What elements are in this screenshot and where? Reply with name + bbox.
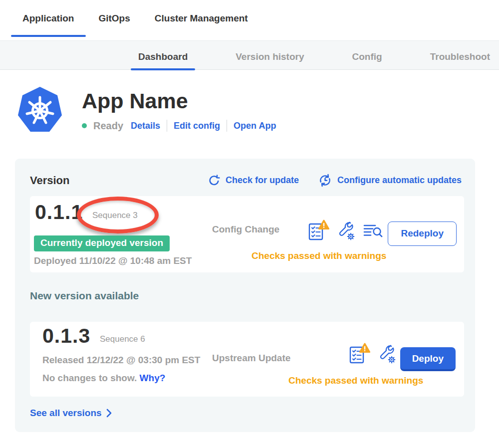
available-version-actions — [348, 343, 397, 365]
app-title-block: App Name Ready Details Edit config Open … — [82, 85, 276, 132]
top-nav: Application GitOps Cluster Management — [0, 0, 499, 40]
version-card-title: Version — [30, 174, 189, 187]
current-version-card: 0.1.1 Sequence 3 Currently deployed vers… — [30, 196, 464, 272]
current-version-actions — [307, 220, 383, 241]
divider — [227, 120, 227, 132]
edit-config-link[interactable]: Edit config — [174, 121, 220, 131]
no-changes-label: No changes to show. — [42, 373, 137, 383]
version-source-label: Config Change — [212, 224, 279, 235]
kubernetes-logo — [15, 85, 65, 137]
tab-cluster-management[interactable]: Cluster Management — [155, 13, 248, 24]
see-all-versions-label: See all versions — [30, 408, 102, 419]
preflight-checklist-icon[interactable] — [348, 343, 371, 365]
app-status-row: Ready Details Edit config Open App — [82, 120, 276, 132]
check-for-update-label: Check for update — [226, 175, 299, 186]
available-version-number: 0.1.3 — [42, 324, 90, 348]
deploy-button[interactable]: Deploy — [400, 347, 456, 371]
no-changes-text: No changes to show. Why? — [42, 373, 165, 384]
released-timestamp: Released 12/12/22 @ 03:30 pm EST — [42, 355, 200, 366]
wrench-gear-icon[interactable] — [378, 343, 397, 364]
version-card: Version Check for update Configu — [15, 159, 475, 432]
check-for-update-button[interactable]: Check for update — [208, 174, 299, 187]
status-dot — [82, 123, 87, 128]
refresh-icon — [208, 174, 221, 187]
why-link[interactable]: Why? — [140, 373, 166, 383]
configure-auto-updates-label: Configure automatic updates — [337, 175, 462, 186]
preflight-checklist-icon[interactable] — [307, 220, 330, 241]
top-nav-tabs: Application GitOps Cluster Management — [0, 0, 499, 24]
preflight-checks-status[interactable]: Checks passed with warnings — [251, 250, 386, 261]
available-version-card: 0.1.3 Sequence 6 Released 12/12/22 @ 03:… — [30, 322, 464, 397]
currently-deployed-badge: Currently deployed version — [34, 235, 170, 251]
diff-search-icon[interactable] — [363, 222, 383, 239]
redeploy-button[interactable]: Redeploy — [388, 222, 457, 246]
tab-config[interactable]: Config — [352, 51, 382, 62]
version-card-header: Version Check for update Configu — [15, 159, 475, 188]
available-version-sequence: Sequence 6 — [100, 334, 145, 344]
sub-nav: Dashboard Version history Config Trouble… — [0, 40, 499, 70]
wrench-gear-icon[interactable] — [337, 220, 356, 241]
configure-auto-updates-button[interactable]: Configure automatic updates — [318, 173, 462, 188]
tab-troubleshoot[interactable]: Troubleshoot — [430, 51, 490, 62]
version-source-label: Upstream Update — [212, 353, 290, 364]
sub-nav-tabs: Dashboard Version history Config Trouble… — [0, 41, 499, 62]
open-app-link[interactable]: Open App — [234, 121, 276, 131]
details-link[interactable]: Details — [131, 121, 160, 131]
tab-gitops[interactable]: GitOps — [98, 13, 130, 24]
current-version-number: 0.1.1 — [35, 201, 83, 224]
page-title: App Name — [82, 89, 276, 113]
status-badge: Ready — [93, 120, 123, 132]
tab-application[interactable]: Application — [22, 13, 74, 24]
tab-dashboard[interactable]: Dashboard — [138, 51, 188, 62]
see-all-versions-link[interactable]: See all versions — [30, 408, 112, 419]
app-header: App Name Ready Details Edit config Open … — [15, 85, 276, 137]
chevron-right-icon — [106, 409, 112, 418]
deployed-timestamp: Deployed 11/10/22 @ 10:48 am EST — [34, 255, 192, 266]
divider — [167, 120, 167, 132]
tab-version-history[interactable]: Version history — [236, 51, 304, 62]
new-version-heading: New version available — [30, 290, 139, 302]
scheduled-refresh-icon — [318, 173, 332, 188]
current-version-sequence: Sequence 3 — [92, 211, 138, 221]
preflight-checks-status[interactable]: Checks passed with warnings — [288, 375, 423, 386]
